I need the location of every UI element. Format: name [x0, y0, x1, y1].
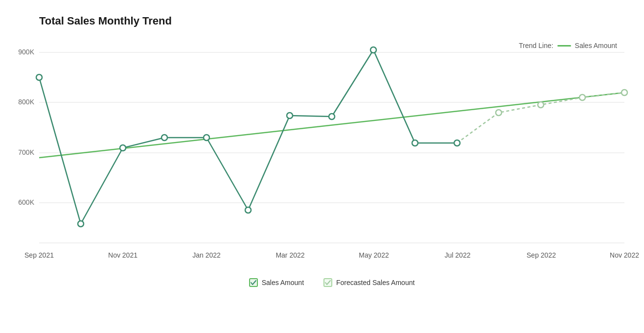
x-label-nov2022: Nov 2022: [610, 251, 639, 259]
legend-item-forecasted: Forecasted Sales Amount: [323, 278, 414, 287]
checkmark-icon: [251, 280, 256, 285]
legend-label-sales: Sales Amount: [262, 279, 304, 286]
legend-label-forecasted: Forecasted Sales Amount: [336, 279, 414, 286]
trend-line-label: Trend Line:: [519, 42, 553, 49]
x-label-mar2022: Mar 2022: [276, 251, 304, 259]
dot-nov2021: [120, 145, 126, 151]
dot-aug2022: [496, 110, 502, 116]
trend-line-series-label: Sales Amount: [575, 42, 617, 49]
chart-container: Total Sales Monthly Trend Trend Line: Sa…: [0, 0, 644, 333]
y-label-800k: 800K: [18, 98, 34, 106]
dot-nov2022: [621, 90, 627, 95]
checkmark-forecasted-icon: [325, 280, 331, 285]
x-label-jan2022: Jan 2022: [192, 251, 221, 259]
x-label-jul2022: Jul 2022: [445, 251, 471, 259]
x-label-nov2021: Nov 2021: [108, 251, 138, 259]
trend-line-legend-line: [557, 45, 571, 47]
dot-sep2021: [36, 74, 42, 80]
y-label-900k: 900K: [18, 48, 34, 56]
dot-feb2022: [245, 207, 251, 213]
dot-oct2022: [579, 95, 585, 100]
x-label-sep2021: Sep 2021: [24, 251, 54, 259]
legend-checkbox-forecasted: [323, 278, 332, 287]
y-label-700k: 700K: [18, 148, 34, 156]
dot-jun2022: [412, 140, 418, 146]
chart-title: Total Sales Monthly Trend: [39, 15, 624, 27]
dot-jul2022: [454, 140, 460, 146]
x-label-may2022: May 2022: [359, 251, 389, 259]
y-label-600k: 600K: [18, 198, 34, 206]
dot-dec2021: [161, 135, 167, 141]
dot-sep2022: [538, 102, 544, 108]
forecasted-sales-line: [457, 93, 624, 143]
legend-checkbox-sales: [249, 278, 258, 287]
dot-oct2021: [78, 221, 84, 227]
bottom-legend: Sales Amount Forecasted Sales Amount: [39, 278, 624, 287]
legend-item-sales: Sales Amount: [249, 278, 304, 287]
x-label-sep2022: Sep 2022: [527, 251, 556, 259]
dot-mar2022: [287, 113, 293, 119]
dot-may2022: [370, 47, 376, 53]
main-chart: 900K 800K 700K 600K Sep 2021 Nov 2021 Ja…: [39, 32, 624, 267]
dot-apr2022: [329, 114, 335, 119]
trend-line-legend: Trend Line: Sales Amount: [519, 42, 617, 49]
sales-amount-line: [39, 50, 457, 224]
dot-jan2022: [204, 135, 209, 141]
